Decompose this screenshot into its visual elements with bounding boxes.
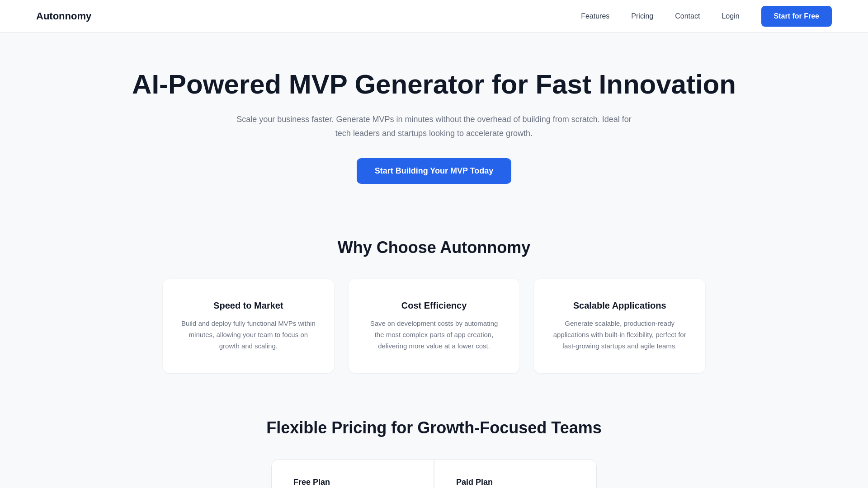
hero-subtitle: Scale your business faster. Generate MVP… [231,113,637,140]
feature-card-speed-desc: Build and deploy fully functional MVPs w… [181,318,316,352]
nav-link-pricing[interactable]: Pricing [631,12,653,20]
hero-title: AI-Powered MVP Generator for Fast Innova… [90,69,778,100]
hero-section: AI-Powered MVP Generator for Fast Innova… [0,33,868,211]
navbar: Autonnomy Features Pricing Contact Login… [0,0,868,33]
nav-link-login[interactable]: Login [722,12,739,20]
feature-card-scalable: Scalable Applications Generate scalable,… [534,279,705,373]
free-plan-name: Free Plan [293,478,412,487]
feature-card-cost-title: Cost Efficiency [367,300,502,311]
feature-card-scalable-desc: Generate scalable, production-ready appl… [552,318,687,352]
feature-card-cost: Cost Efficiency Save on development cost… [349,279,520,373]
nav-link-contact[interactable]: Contact [675,12,700,20]
nav-links: Features Pricing Contact Login Start for… [581,6,832,27]
pricing-card-paid: Paid Plan $30 per month 10 MVPs per mont… [434,459,597,488]
nav-logo: Autonnomy [36,10,91,22]
feature-card-speed: Speed to Market Build and deploy fully f… [163,279,334,373]
paid-plan-name: Paid Plan [456,478,575,487]
hero-cta-button[interactable]: Start Building Your MVP Today [357,158,512,184]
pricing-section: Flexible Pricing for Growth-Focused Team… [0,391,868,488]
pricing-title: Flexible Pricing for Growth-Focused Team… [36,418,832,437]
feature-card-scalable-title: Scalable Applications [552,300,687,311]
nav-cta-button[interactable]: Start for Free [761,6,832,27]
why-section: Why Choose Autonnomy Speed to Market Bui… [0,211,868,391]
feature-card-cost-desc: Save on development costs by automating … [367,318,502,352]
pricing-card-free: Free Plan Free forever Total of 3 MVPs A… [271,459,434,488]
features-grid: Speed to Market Build and deploy fully f… [163,279,705,373]
nav-link-features[interactable]: Features [581,12,609,20]
why-section-title: Why Choose Autonnomy [36,238,832,257]
feature-card-speed-title: Speed to Market [181,300,316,311]
pricing-grid: Free Plan Free forever Total of 3 MVPs A… [231,459,637,488]
